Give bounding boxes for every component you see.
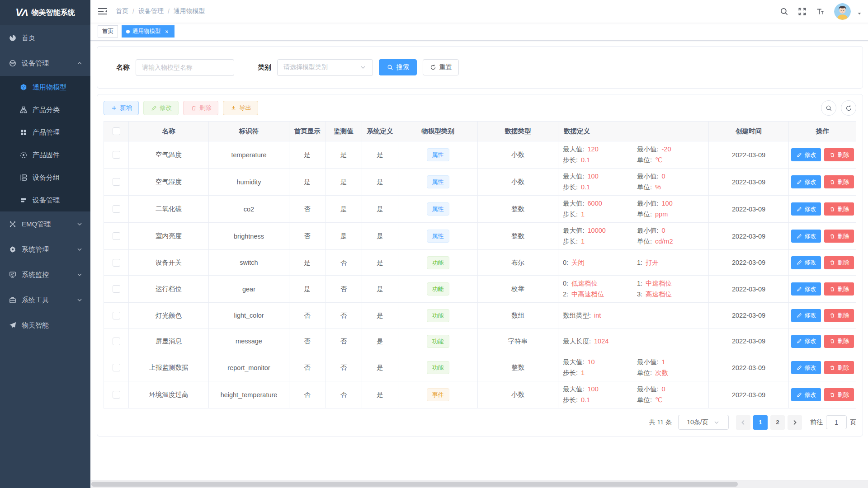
def-key: 1:	[637, 259, 642, 266]
cell-monitor: 是	[326, 223, 362, 250]
cell-monitor: 否	[326, 354, 362, 381]
sidebar-collapse-icon[interactable]	[98, 7, 108, 15]
row-checkbox[interactable]	[113, 151, 120, 159]
delete-button[interactable]: 删除	[824, 202, 854, 216]
sidebar-submenu: 通用物模型产品分类产品管理产品固件设备分组设备管理	[0, 76, 90, 211]
export-button[interactable]: 导出	[223, 101, 258, 115]
name-filter-label: 名称	[116, 63, 130, 72]
category-select[interactable]: 请选择模型类别	[277, 59, 373, 76]
page-size-select[interactable]: 10条/页	[678, 415, 729, 430]
page-button-1[interactable]: 1	[753, 415, 768, 430]
sidebar-item-device-manage[interactable]: 设备管理	[0, 51, 90, 76]
cell-home-display: 是	[289, 169, 326, 196]
sidebar-item-system-manage[interactable]: 系统管理	[0, 237, 90, 262]
trash-icon	[829, 286, 836, 293]
caret-down-icon[interactable]	[857, 11, 862, 16]
def-value: int	[594, 312, 601, 319]
column-header: 标识符	[209, 122, 289, 141]
tab-thing-model[interactable]: 通用物模型	[122, 25, 175, 38]
fullscreen-icon[interactable]	[798, 7, 807, 16]
cell-data-type: 整数	[478, 196, 558, 223]
def-value: -20	[662, 145, 671, 153]
goto-page: 前往 页	[810, 415, 856, 429]
row-checkbox[interactable]	[113, 259, 120, 267]
delete-button[interactable]: 删除	[824, 256, 854, 269]
sidebar-item-system-tools[interactable]: 系统工具	[0, 287, 90, 313]
select-all-checkbox[interactable]	[113, 127, 120, 135]
page-button-2[interactable]: 2	[770, 415, 785, 430]
add-button[interactable]: 新增	[104, 101, 139, 115]
edit-button[interactable]: 修改	[791, 256, 821, 269]
search-button[interactable]: 搜索	[379, 59, 417, 75]
delete-button[interactable]: 删除	[824, 282, 854, 296]
delete-button[interactable]: 删除	[824, 175, 854, 188]
edit-button[interactable]: 修改	[791, 361, 821, 374]
sidebar-item-wumei-smart[interactable]: 物美智能	[0, 313, 90, 338]
cell-data-type: 小数	[478, 141, 558, 169]
delete-button[interactable]: 删除	[824, 335, 854, 348]
row-checkbox[interactable]	[113, 338, 120, 345]
row-checkbox[interactable]	[113, 285, 120, 293]
close-icon[interactable]	[164, 28, 170, 35]
edit-button[interactable]: 修改	[791, 282, 821, 296]
next-page-button[interactable]	[788, 415, 802, 430]
def-key: 单位:	[637, 369, 652, 376]
row-checkbox[interactable]	[113, 178, 120, 186]
row-checkbox[interactable]	[113, 232, 120, 240]
sidebar-item-product-firmware[interactable]: 产品固件	[0, 144, 90, 166]
edit-button[interactable]: 修改	[791, 309, 821, 322]
edit-button[interactable]: 修改	[791, 148, 821, 161]
chevron-down-icon	[713, 419, 720, 426]
data-def-pair: 最大值:120	[563, 145, 637, 154]
delete-button[interactable]: 删除	[824, 361, 854, 374]
sidebar-item-home[interactable]: 首页	[0, 25, 90, 51]
column-header: 数据定义	[558, 122, 709, 141]
sidebar-item-thing-model[interactable]: 通用物模型	[0, 76, 90, 99]
def-key: 步长:	[563, 238, 578, 245]
trash-icon	[829, 364, 836, 371]
row-checkbox[interactable]	[113, 205, 120, 213]
chevron-down-icon	[76, 271, 83, 278]
delete-selected-button[interactable]: 删除	[183, 101, 218, 115]
font-size-icon[interactable]	[816, 7, 825, 16]
prev-page-button[interactable]	[736, 415, 750, 430]
delete-button[interactable]: 删除	[824, 230, 854, 243]
breadcrumb-item[interactable]: 首页	[116, 7, 128, 15]
sidebar-item-device-list[interactable]: 设备管理	[0, 189, 90, 211]
sidebar-item-emq-manage[interactable]: EMQ管理	[0, 211, 90, 237]
edit-button[interactable]: 修改	[791, 202, 821, 216]
row-checkbox[interactable]	[113, 364, 120, 371]
add-button-label: 新增	[120, 104, 132, 112]
edit-button[interactable]: 修改	[791, 230, 821, 243]
sidebar-item-system-monitor[interactable]: 系统监控	[0, 262, 90, 287]
refresh-table-button[interactable]	[841, 100, 856, 116]
delete-button[interactable]: 删除	[824, 309, 854, 322]
row-checkbox[interactable]	[113, 391, 120, 399]
model-name-input[interactable]	[136, 59, 234, 76]
navbar-right	[780, 3, 862, 20]
cell-identifier: humidity	[209, 169, 289, 196]
delete-button[interactable]: 删除	[824, 388, 854, 401]
edit-button[interactable]: 修改	[791, 388, 821, 401]
breadcrumb-item[interactable]: 设备管理	[138, 7, 164, 15]
edit-button[interactable]: 修改	[791, 175, 821, 188]
edit-button[interactable]: 修改	[791, 335, 821, 348]
toggle-search-button[interactable]	[821, 100, 836, 116]
horizontal-scrollbar[interactable]	[90, 480, 868, 488]
edit-selected-button[interactable]: 修改	[143, 101, 179, 115]
delete-button[interactable]: 删除	[824, 148, 854, 161]
scrollbar-thumb[interactable]	[91, 482, 738, 487]
sidebar-item-product-category[interactable]: 产品分类	[0, 99, 90, 121]
category-tag: 功能	[427, 361, 449, 374]
tab-home[interactable]: 首页	[98, 25, 118, 38]
cell-data-type: 整数	[478, 354, 558, 381]
header-search-icon[interactable]	[780, 7, 788, 16]
sidebar-item-device-group[interactable]: 设备分组	[0, 166, 90, 189]
table-row: 屏显消息 message 否 否 是 功能 字符串 最大长度:1024 2022…	[104, 328, 856, 354]
user-avatar[interactable]	[834, 3, 851, 20]
row-checkbox[interactable]	[113, 312, 120, 319]
goto-page-input[interactable]	[826, 415, 847, 429]
sidebar-item-product-manage[interactable]: 产品管理	[0, 121, 90, 144]
table-row: 室内亮度 brightness 否 是 是 属性 整数 最大值:10000最小值…	[104, 223, 856, 250]
reset-button[interactable]: 重置	[423, 59, 459, 75]
